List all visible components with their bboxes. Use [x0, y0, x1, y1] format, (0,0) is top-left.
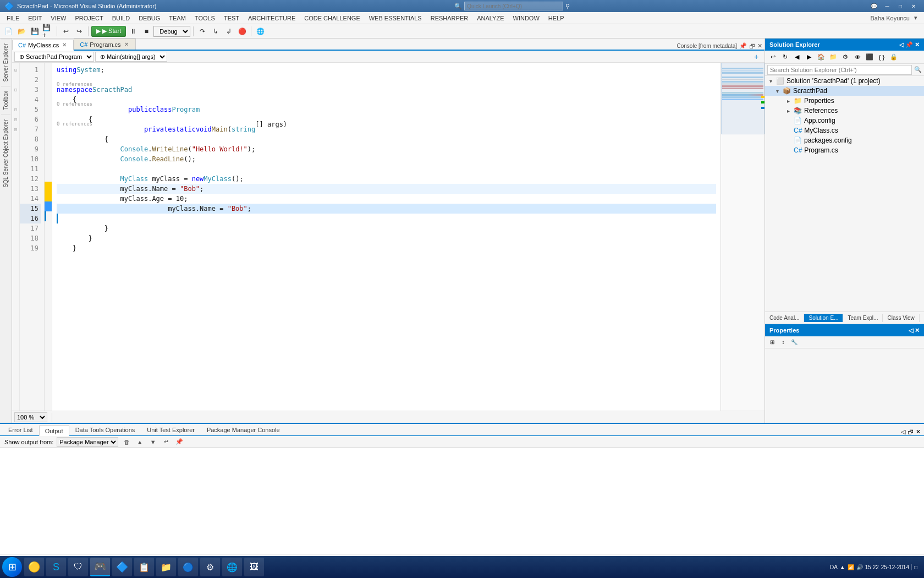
output-tb-down[interactable]: ▼	[148, 437, 158, 447]
toolbar-stop[interactable]: ■	[140, 25, 152, 37]
taskbar-app3[interactable]: 🛡	[68, 558, 88, 576]
se-project-node[interactable]: ▾ 📦 ScracthPad	[765, 86, 924, 96]
menu-build[interactable]: BUILD	[108, 12, 134, 24]
taskbar-vs[interactable]: 🔷	[112, 558, 132, 576]
output-close-btn[interactable]: ✕	[916, 428, 921, 435]
zoom-select[interactable]: 100 %	[14, 412, 47, 422]
restore-btn[interactable]: □	[894, 2, 906, 10]
sql-server-tab[interactable]: SQL Server Object Explorer	[1, 114, 10, 192]
output-tb-wrap[interactable]: ↵	[161, 437, 171, 447]
user-dropdown[interactable]: ▾	[914, 14, 917, 21]
output-float-btn[interactable]: 🗗	[908, 429, 914, 435]
toolbar-save-all[interactable]: 💾+	[42, 25, 54, 37]
output-pin-btn[interactable]: ◁	[901, 428, 905, 435]
prop-close[interactable]: ✕	[915, 327, 920, 334]
taskbar-app10[interactable]: 🖼	[244, 558, 264, 576]
se-appconfig-node[interactable]: ▸ 📄 App.config	[765, 116, 924, 126]
toolbar-breakpoint[interactable]: 🔴	[236, 25, 248, 37]
toolbar-save[interactable]: 💾	[29, 25, 41, 37]
taskbar-app5[interactable]: 📋	[134, 558, 154, 576]
menu-tools[interactable]: TOOLS	[190, 12, 219, 24]
tab-program-close[interactable]: ✕	[123, 41, 130, 48]
code-nav-member[interactable]: ⊕ Main(string[] args)	[95, 52, 167, 62]
taskbar-app8[interactable]: ⚙	[200, 558, 220, 576]
se-pin2-btn[interactable]: 📌	[905, 41, 913, 48]
output-tb-up[interactable]: ▲	[135, 437, 145, 447]
console-pin[interactable]: 📌	[739, 42, 747, 50]
menu-web-essentials[interactable]: WEB ESSENTIALS	[365, 12, 426, 24]
output-tb-clear[interactable]: 🗑	[122, 437, 131, 447]
se-btab-class-view[interactable]: Class View	[883, 314, 919, 322]
server-explorer-tab[interactable]: Server Explorer	[1, 39, 10, 86]
toolbar-config-dropdown[interactable]: Debug	[153, 26, 190, 37]
toolbar-publish[interactable]: 🌐	[254, 25, 266, 37]
network-icon[interactable]: 📶	[848, 564, 854, 570]
se-tb-sync[interactable]: ↩	[767, 52, 778, 63]
btab-unit-test[interactable]: Unit Test Explorer	[141, 424, 201, 435]
console-float[interactable]: 🗗	[749, 43, 755, 50]
se-tb-home[interactable]: 🏠	[816, 52, 827, 63]
toolbar-step-into[interactable]: ↳	[210, 25, 222, 37]
toolbox-tab[interactable]: Toolbox	[1, 86, 10, 114]
code-expand-all[interactable]: +	[750, 51, 762, 63]
se-solution-node[interactable]: ▾ ⬜ Solution 'ScracthPad' (1 project)	[765, 76, 924, 86]
se-search-input[interactable]	[767, 65, 912, 75]
taskbar-show-desktop[interactable]: □	[911, 564, 917, 570]
console-close[interactable]: ✕	[757, 42, 762, 50]
toolbar-undo[interactable]: ↩	[60, 25, 72, 37]
menu-edit[interactable]: EDIT	[24, 12, 46, 24]
prop-btn-grid[interactable]: ⊞	[767, 337, 777, 347]
quick-launch-input[interactable]	[464, 2, 563, 10]
menu-analyze[interactable]: ANALYZE	[472, 12, 508, 24]
menu-team[interactable]: TEAM	[164, 12, 190, 24]
menu-window[interactable]: WINDOW	[509, 12, 544, 24]
toolbar-open[interactable]: 📂	[15, 25, 28, 37]
se-close-btn[interactable]: ✕	[915, 41, 920, 48]
btab-package-manager[interactable]: Package Manager Console	[201, 424, 286, 435]
btab-output[interactable]: Output	[39, 426, 69, 437]
tab-program[interactable]: C# Program.cs ✕	[74, 39, 135, 50]
se-myclass-node[interactable]: ▸ C# MyClass.cs	[765, 126, 924, 135]
toolbar-pause[interactable]: ⏸	[127, 25, 139, 37]
tab-myclass[interactable]: C# MyClass.cs ✕	[12, 40, 74, 51]
se-btab-solution[interactable]: Solution E...	[804, 314, 843, 322]
se-btab-notif[interactable]: Notificati...	[920, 314, 924, 322]
feedback-icon[interactable]: 💬	[868, 2, 880, 10]
menu-test[interactable]: TEST	[219, 12, 244, 24]
se-tb-scope[interactable]: 🔒	[888, 52, 899, 63]
se-pin-btn[interactable]: ◁	[899, 41, 904, 48]
toolbar-step-over[interactable]: ↷	[196, 25, 208, 37]
se-btab-code-analysis[interactable]: Code Anal...	[765, 314, 804, 322]
minimap-viewport[interactable]	[721, 63, 765, 134]
se-tb-forward[interactable]: ▶	[804, 52, 815, 63]
se-tb-back[interactable]: ◀	[791, 52, 802, 63]
btab-data-tools[interactable]: Data Tools Operations	[69, 424, 141, 435]
menu-resharper[interactable]: RESHARPER	[426, 12, 472, 24]
output-tb-pin[interactable]: 📌	[174, 437, 184, 447]
taskbar-chrome[interactable]: 🟡	[24, 558, 44, 576]
se-tb-filter[interactable]: ⬛	[864, 52, 875, 63]
toolbar-start-btn[interactable]: ▶ ▶ Start	[91, 26, 126, 37]
taskbar-skype[interactable]: S	[46, 558, 66, 576]
menu-help[interactable]: HELP	[544, 12, 569, 24]
minimize-btn[interactable]: ─	[881, 2, 893, 10]
se-tb-properties[interactable]: ⚙	[840, 52, 851, 63]
prop-btn-wrench[interactable]: 🔧	[789, 337, 799, 347]
se-btab-team[interactable]: Team Expl...	[843, 314, 883, 322]
se-references-node[interactable]: ▸ 📚 References	[765, 106, 924, 116]
menu-file[interactable]: FILE	[2, 12, 24, 24]
menu-code-challenge[interactable]: CODE CHALLENGE	[300, 12, 364, 24]
prop-btn-sort[interactable]: ↕	[778, 337, 788, 347]
se-packages-node[interactable]: ▸ 📄 packages.config	[765, 135, 924, 145]
menu-debug[interactable]: DEBUG	[134, 12, 164, 24]
menu-architecture[interactable]: ARCHITECTURE	[244, 12, 300, 24]
prop-pin[interactable]: ◁	[909, 327, 913, 334]
search-btn[interactable]: ⚲	[565, 3, 570, 10]
se-tb-preview[interactable]: 👁	[852, 52, 863, 63]
taskbar-app9[interactable]: 🌐	[222, 558, 242, 576]
volume-icon[interactable]: 🔊	[856, 564, 863, 570]
menu-view[interactable]: VIEW	[46, 12, 70, 24]
taskbar-app7[interactable]: 🔵	[178, 558, 198, 576]
se-tb-code[interactable]: { }	[876, 52, 887, 63]
toolbar-redo[interactable]: ↪	[73, 25, 85, 37]
